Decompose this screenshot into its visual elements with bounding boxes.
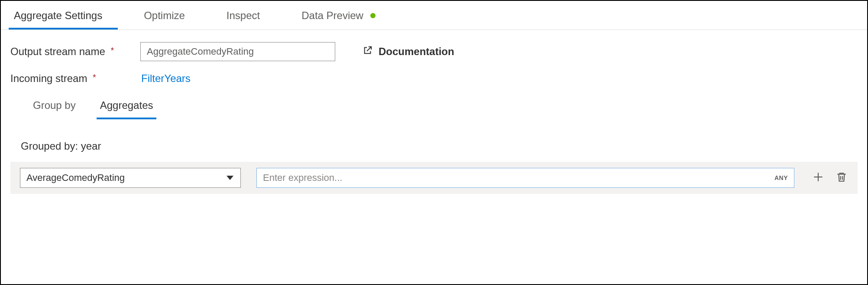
- subtab-group-by[interactable]: Group by: [29, 96, 79, 119]
- expression-placeholder: Enter expression...: [263, 172, 342, 183]
- sub-tabs: Group by Aggregates: [10, 96, 858, 119]
- documentation-label: Documentation: [379, 46, 454, 58]
- aggregate-column-select[interactable]: AverageComedyRating: [20, 168, 241, 188]
- tab-aggregate-settings[interactable]: Aggregate Settings: [9, 6, 118, 29]
- trash-icon: [836, 171, 847, 185]
- required-star-icon: *: [110, 46, 114, 55]
- status-dot-icon: [370, 13, 376, 18]
- tab-label: Inspect: [227, 10, 260, 22]
- tab-label: Aggregate Settings: [14, 10, 102, 22]
- column-select-value: AverageComedyRating: [26, 172, 125, 183]
- expression-input[interactable]: Enter expression... ANY: [256, 168, 794, 188]
- tab-data-preview[interactable]: Data Preview: [296, 6, 391, 29]
- tab-inspect[interactable]: Inspect: [221, 6, 275, 29]
- subtab-aggregates[interactable]: Aggregates: [97, 96, 157, 119]
- required-star-icon: *: [93, 72, 96, 82]
- tab-label: Data Preview: [301, 10, 363, 22]
- label-text: Incoming stream: [10, 72, 87, 84]
- tab-optimize[interactable]: Optimize: [139, 6, 201, 29]
- incoming-stream-row: Incoming stream * FilterYears: [10, 72, 858, 85]
- open-external-icon: [363, 46, 372, 58]
- label-text: Output stream name: [10, 46, 105, 57]
- output-stream-input[interactable]: [140, 42, 335, 61]
- delete-button[interactable]: [835, 171, 848, 184]
- grouped-by-prefix: Grouped by:: [21, 140, 81, 152]
- type-badge: ANY: [774, 174, 788, 181]
- incoming-stream-link[interactable]: FilterYears: [140, 72, 191, 85]
- grouped-by-value: year: [81, 140, 101, 152]
- grouped-by-text: Grouped by: year: [10, 140, 858, 152]
- incoming-stream-label: Incoming stream *: [10, 72, 140, 85]
- content-area: Output stream name * Documentation Incom…: [1, 30, 867, 194]
- row-actions: [812, 171, 848, 184]
- chevron-down-icon: [227, 176, 233, 180]
- subtab-label: Group by: [33, 99, 76, 111]
- output-stream-label: Output stream name *: [10, 46, 140, 58]
- documentation-link[interactable]: Documentation: [363, 46, 454, 58]
- tab-label: Optimize: [144, 10, 185, 22]
- aggregate-expression-row: AverageComedyRating Enter expression... …: [10, 162, 858, 194]
- plus-icon: [813, 171, 824, 185]
- output-stream-row: Output stream name * Documentation: [10, 42, 858, 61]
- add-button[interactable]: [812, 171, 825, 184]
- subtab-label: Aggregates: [100, 99, 153, 111]
- main-tabs: Aggregate Settings Optimize Inspect Data…: [1, 1, 867, 30]
